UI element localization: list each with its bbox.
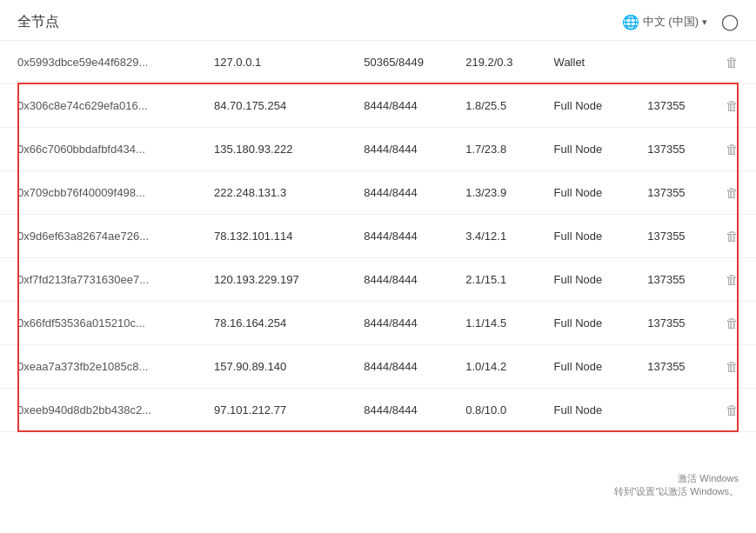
node-traffic: 1.8/25.5: [448, 84, 536, 128]
node-type: Full Node: [537, 345, 631, 389]
node-type: Wallet: [537, 41, 631, 84]
node-port: 8444/8444: [346, 302, 448, 345]
node-type: Full Node: [537, 128, 631, 171]
language-label: 中文 (中国): [643, 14, 699, 30]
node-id: 0xf7fd213fa7731630ee7...: [0, 258, 197, 302]
node-type: Full Node: [537, 258, 631, 302]
settings-icon[interactable]: ◯: [721, 12, 739, 31]
table-row: 0x9d6ef63a82674ae726...78.132.101.114844…: [0, 215, 756, 258]
delete-button[interactable]: 🗑: [726, 229, 739, 243]
watermark-line1: 激活 Windows: [614, 472, 739, 485]
node-port: 50365/8449: [346, 41, 448, 84]
node-block-num: [630, 41, 708, 84]
table-row: 0x5993dbce59e44f6829...127.0.0.150365/84…: [0, 41, 756, 84]
node-id: 0x66c7060bbdafbfd434...: [0, 128, 197, 171]
delete-button[interactable]: 🗑: [726, 403, 739, 417]
table-row: 0x709cbb76f40009f498...222.248.131.38444…: [0, 171, 756, 215]
table-row: 0xeeb940d8db2bb438c2...97.101.212.778444…: [0, 389, 756, 432]
node-ip: 84.70.175.254: [197, 84, 346, 128]
node-ip: 78.16.164.254: [197, 302, 346, 345]
table-row: 0xeaa7a373fb2e1085c8...157.90.89.1408444…: [0, 345, 756, 389]
nodes-table-container: 0x5993dbce59e44f6829...127.0.0.150365/84…: [0, 41, 756, 432]
node-id: 0x9d6ef63a82674ae726...: [0, 215, 197, 258]
node-id: 0x66fdf53536a015210c...: [0, 302, 197, 345]
delete-button[interactable]: 🗑: [726, 359, 739, 374]
delete-cell: 🗑: [708, 128, 756, 171]
node-traffic: 1.1/14.5: [448, 302, 536, 345]
node-port: 8444/8444: [346, 215, 448, 258]
node-id: 0x5993dbce59e44f6829...: [0, 41, 197, 84]
node-traffic: 1.7/23.8: [448, 128, 536, 171]
node-port: 8444/8444: [346, 171, 448, 215]
header: 全节点 🌐 中文 (中国) ▾ ◯: [0, 0, 756, 41]
windows-watermark: 激活 Windows 转到"设置"以激活 Windows。: [614, 472, 739, 498]
node-traffic: 3.4/12.1: [448, 215, 536, 258]
delete-button[interactable]: 🗑: [726, 55, 739, 70]
node-type: Full Node: [537, 389, 631, 432]
table-row: 0x66fdf53536a015210c...78.16.164.2548444…: [0, 302, 756, 345]
node-block-num: 137355: [630, 302, 708, 345]
chevron-down-icon: ▾: [702, 17, 707, 28]
node-block-num: 137355: [630, 258, 708, 302]
node-traffic: 1.3/23.9: [448, 171, 536, 215]
node-port: 8444/8444: [346, 128, 448, 171]
node-ip: 127.0.0.1: [197, 41, 346, 84]
translate-icon: 🌐: [622, 14, 639, 30]
node-id: 0xeeb940d8db2bb438c2...: [0, 389, 197, 432]
table-row: 0x66c7060bbdafbfd434...135.180.93.222844…: [0, 128, 756, 171]
delete-button[interactable]: 🗑: [726, 316, 739, 330]
delete-button[interactable]: 🗑: [726, 98, 739, 113]
delete-cell: 🗑: [708, 258, 756, 302]
table-row: 0xf7fd213fa7731630ee7...120.193.229.1978…: [0, 258, 756, 302]
node-traffic: 219.2/0.3: [448, 41, 536, 84]
node-type: Full Node: [537, 302, 631, 345]
node-port: 8444/8444: [346, 389, 448, 432]
nodes-table: 0x5993dbce59e44f6829...127.0.0.150365/84…: [0, 41, 756, 432]
node-ip: 222.248.131.3: [197, 171, 346, 215]
delete-cell: 🗑: [708, 171, 756, 215]
delete-cell: 🗑: [708, 389, 756, 432]
node-port: 8444/8444: [346, 345, 448, 389]
node-block-num: 137355: [630, 215, 708, 258]
node-block-num: 137355: [630, 171, 708, 215]
node-type: Full Node: [537, 84, 631, 128]
node-id: 0xeaa7a373fb2e1085c8...: [0, 345, 197, 389]
node-block-num: 137355: [630, 345, 708, 389]
node-ip: 135.180.93.222: [197, 128, 346, 171]
node-type: Full Node: [537, 215, 631, 258]
delete-cell: 🗑: [708, 302, 756, 345]
header-right: 🌐 中文 (中国) ▾ ◯: [622, 12, 739, 31]
node-traffic: 1.0/14.2: [448, 345, 536, 389]
node-id: 0x306c8e74c629efa016...: [0, 84, 197, 128]
node-port: 8444/8444: [346, 258, 448, 302]
node-id: 0x709cbb76f40009f498...: [0, 171, 197, 215]
node-traffic: 2.1/15.1: [448, 258, 536, 302]
node-ip: 78.132.101.114: [197, 215, 346, 258]
node-block-num: [630, 389, 708, 432]
node-ip: 97.101.212.77: [197, 389, 346, 432]
language-selector[interactable]: 🌐 中文 (中国) ▾: [622, 14, 707, 30]
delete-cell: 🗑: [708, 215, 756, 258]
node-block-num: 137355: [630, 84, 708, 128]
delete-cell: 🗑: [708, 41, 756, 84]
node-block-num: 137355: [630, 128, 708, 171]
delete-button[interactable]: 🗑: [726, 142, 739, 157]
delete-button[interactable]: 🗑: [726, 272, 739, 287]
delete-button[interactable]: 🗑: [726, 185, 739, 200]
node-traffic: 0.8/10.0: [448, 389, 536, 432]
node-ip: 157.90.89.140: [197, 345, 346, 389]
table-row: 0x306c8e74c629efa016...84.70.175.2548444…: [0, 84, 756, 128]
watermark-line2: 转到"设置"以激活 Windows。: [614, 485, 739, 498]
page-title: 全节点: [17, 13, 59, 31]
node-type: Full Node: [537, 171, 631, 215]
node-ip: 120.193.229.197: [197, 258, 346, 302]
delete-cell: 🗑: [708, 345, 756, 389]
node-port: 8444/8444: [346, 84, 448, 128]
delete-cell: 🗑: [708, 84, 756, 128]
